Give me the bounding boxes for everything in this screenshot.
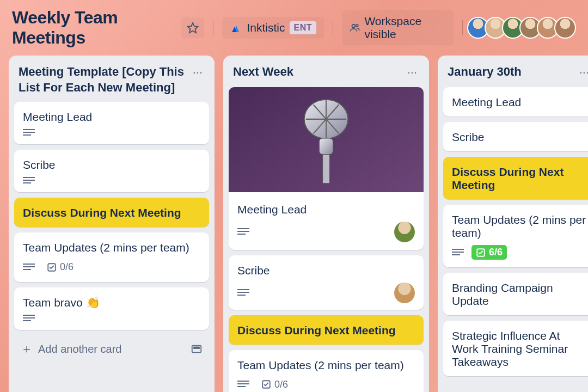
card-badges <box>23 177 200 185</box>
card[interactable]: Meeting Lead <box>14 102 209 144</box>
list: Meeting Template [Copy This List For Eac… <box>9 56 215 392</box>
atlassian-icon <box>230 21 243 34</box>
card[interactable]: Team Updates (2 mins per team)6/6 <box>443 205 588 267</box>
card[interactable]: Team Updates (2 mins per team)0/6 <box>229 350 424 392</box>
card-title: Team bravo 👏 <box>23 296 100 309</box>
list-title[interactable]: Meeting Template [Copy This List For Eac… <box>19 64 186 95</box>
member-avatars[interactable] <box>471 17 576 39</box>
add-card-label: Add another card <box>38 343 121 356</box>
description-icon <box>237 228 249 236</box>
card[interactable]: Discuss During Next Meeting <box>14 198 209 227</box>
svg-rect-7 <box>319 138 333 155</box>
card-title: Scribe <box>23 158 56 171</box>
svg-rect-5 <box>194 347 200 349</box>
board-title[interactable]: Weekly Team Meetings <box>12 8 176 48</box>
card-badges <box>237 222 415 242</box>
card-member-avatar[interactable] <box>394 222 415 242</box>
list-menu-button[interactable]: ··· <box>405 64 419 81</box>
card-title: Team Updates (2 mins per team) <box>23 241 189 254</box>
member-avatar[interactable] <box>554 17 576 39</box>
card-badges: 0/6 <box>23 260 200 274</box>
card-title: Meeting Lead <box>23 111 92 124</box>
card-badges <box>23 315 200 322</box>
checklist-badge: 6/6 <box>471 245 507 260</box>
description-icon <box>23 315 35 322</box>
card[interactable]: Team Updates (2 mins per team)0/6 <box>14 232 209 282</box>
card-title: Branding Campaign Update <box>452 281 587 308</box>
svg-point-1 <box>352 24 355 28</box>
checklist-badge: 0/6 <box>257 377 292 392</box>
list-header: Meeting Template [Copy This List For Eac… <box>14 62 209 96</box>
card[interactable]: Team bravo 👏 <box>14 287 209 330</box>
card-badges: 0/6 <box>237 377 415 392</box>
list-title[interactable]: Next Week <box>233 64 401 80</box>
list-header: January 30th ··· <box>443 62 588 82</box>
description-icon <box>23 264 35 271</box>
description-icon <box>23 129 35 137</box>
visibility-label: Workspace visible <box>364 15 446 41</box>
card[interactable]: Strategic Influence At Work Training Sem… <box>443 321 588 376</box>
divider <box>333 20 333 35</box>
description-icon <box>452 249 464 256</box>
card[interactable]: Scribe <box>14 150 209 192</box>
microphone-image <box>291 93 362 186</box>
add-card-button[interactable]: ＋Add another card <box>14 335 209 363</box>
people-icon <box>350 22 360 34</box>
template-icon[interactable] <box>191 343 203 355</box>
list-header: Next Week ··· <box>229 62 424 82</box>
card-title: Strategic Influence At Work Training Sem… <box>452 329 587 369</box>
list-menu-button[interactable]: ··· <box>577 64 588 81</box>
card[interactable]: Scribe <box>229 255 424 310</box>
workspace-badge: ENT <box>290 21 317 34</box>
card-title: Scribe <box>452 131 485 144</box>
card-badges <box>23 129 200 137</box>
divider <box>462 20 463 35</box>
workspace-name: Inktistic <box>247 21 285 34</box>
list-menu-button[interactable]: ··· <box>191 64 205 81</box>
card-title: Meeting Lead <box>237 203 307 216</box>
board-canvas: Meeting Template [Copy This List For Eac… <box>0 56 588 392</box>
svg-rect-8 <box>323 155 330 183</box>
card[interactable]: Discuss During Next Meeting <box>229 315 424 344</box>
description-icon <box>237 289 249 297</box>
card-member-avatar[interactable] <box>394 283 415 303</box>
svg-marker-0 <box>187 23 197 33</box>
svg-point-2 <box>356 24 358 27</box>
board-header: Weekly Team Meetings Inktistic ENT Works… <box>0 0 588 56</box>
card[interactable]: Branding Campaign Update <box>443 273 588 315</box>
card-title: Discuss During Next Meeting <box>452 166 587 192</box>
visibility-button[interactable]: Workspace visible <box>342 10 454 45</box>
divider <box>213 20 213 35</box>
card[interactable]: Discuss During Next Meeting <box>443 157 588 199</box>
star-button[interactable] <box>181 17 204 38</box>
checklist-badge: 0/6 <box>42 260 78 274</box>
card[interactable]: Scribe <box>443 122 588 151</box>
card-title: Meeting Lead <box>452 96 521 109</box>
description-icon <box>23 177 35 185</box>
card[interactable]: Meeting Lead <box>229 87 424 250</box>
card-badges <box>237 283 415 303</box>
card-cover <box>229 87 424 192</box>
card[interactable]: Meeting Lead <box>443 87 588 117</box>
plus-icon: ＋ <box>21 341 33 357</box>
description-icon <box>237 381 249 388</box>
card-title: Discuss During Next Meeting <box>23 206 181 219</box>
card-title: Team Updates (2 mins per team) <box>452 213 587 240</box>
card-title: Discuss During Next Meeting <box>237 324 396 337</box>
list: January 30th ··· Meeting LeadScribeDiscu… <box>438 56 588 392</box>
card-title: Scribe <box>237 264 270 277</box>
workspace-switcher[interactable]: Inktistic ENT <box>222 17 324 39</box>
star-icon <box>187 22 199 34</box>
list-title[interactable]: January 30th <box>448 64 573 80</box>
list: Next Week ··· Meeting LeadScribeDiscuss … <box>223 56 429 392</box>
card-title: Team Updates (2 mins per team) <box>237 359 404 372</box>
card-badges: 6/6 <box>452 245 587 260</box>
